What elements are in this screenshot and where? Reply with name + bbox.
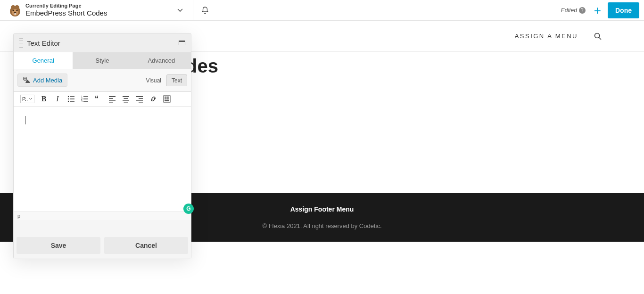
page-title-label: EmbedPress Short Codes: [25, 9, 107, 17]
panel-tabs: General Style Advanced: [14, 52, 191, 69]
svg-rect-18: [83, 96, 88, 97]
expand-panel-icon[interactable]: [179, 41, 185, 45]
svg-rect-14: [70, 98, 74, 99]
done-button[interactable]: Done: [608, 2, 639, 18]
blockquote-button[interactable]: “: [94, 95, 103, 103]
svg-point-8: [595, 33, 600, 38]
svg-rect-25: [109, 98, 113, 99]
svg-rect-38: [166, 97, 168, 98]
panel-header[interactable]: Text Editor: [14, 33, 191, 52]
assign-menu-link[interactable]: ASSIGN A MENU: [515, 33, 578, 40]
svg-rect-43: [165, 100, 169, 101]
edited-status-label: Edited: [561, 7, 577, 14]
add-media-label: Add Media: [33, 77, 62, 84]
page-dropdown-chevron[interactable]: [173, 5, 187, 16]
notifications-bell-icon[interactable]: [199, 4, 211, 16]
svg-rect-24: [109, 96, 116, 97]
svg-rect-32: [136, 96, 143, 97]
tab-general[interactable]: General: [14, 52, 73, 69]
drag-handle-icon[interactable]: [19, 38, 23, 48]
svg-rect-30: [123, 100, 129, 101]
svg-rect-22: [83, 101, 88, 101]
editor-textarea[interactable]: G: [14, 106, 191, 211]
svg-rect-26: [109, 100, 116, 101]
divider: [193, 0, 193, 21]
cancel-button[interactable]: Cancel: [104, 237, 188, 254]
svg-rect-33: [139, 98, 143, 99]
svg-rect-16: [70, 101, 74, 101]
svg-rect-37: [165, 97, 166, 98]
text-tab[interactable]: Text: [166, 74, 187, 86]
svg-rect-31: [124, 102, 128, 103]
svg-rect-12: [70, 96, 74, 97]
align-center-button[interactable]: [122, 95, 130, 103]
svg-point-15: [68, 101, 69, 102]
format-toolbar: P.. B I 123 “: [14, 91, 191, 106]
bullet-list-button[interactable]: [67, 95, 75, 103]
bold-button[interactable]: B: [40, 95, 48, 103]
svg-rect-28: [123, 96, 129, 97]
tab-style[interactable]: Style: [73, 52, 132, 69]
page-status-label: Currently Editing Page: [25, 3, 107, 9]
toolbar-toggle-button[interactable]: [163, 95, 171, 103]
svg-rect-41: [166, 98, 168, 99]
svg-rect-20: [83, 98, 88, 99]
svg-rect-34: [136, 100, 143, 101]
svg-point-4: [13, 9, 14, 11]
svg-text:3: 3: [81, 100, 83, 103]
align-left-button[interactable]: [108, 95, 116, 103]
svg-rect-40: [165, 98, 166, 99]
text-cursor: [25, 116, 25, 124]
text-editor-panel: Text Editor General Style Advanced Add M…: [13, 33, 191, 259]
numbered-list-button[interactable]: 123: [81, 95, 89, 103]
save-button[interactable]: Save: [17, 237, 100, 254]
media-icon: [23, 76, 30, 84]
svg-point-13: [68, 98, 69, 99]
panel-title: Text Editor: [27, 39, 179, 47]
italic-button[interactable]: I: [53, 95, 62, 103]
link-button[interactable]: [149, 95, 157, 103]
beaver-logo-icon: [8, 3, 23, 18]
svg-rect-42: [168, 98, 169, 99]
page-info: Currently Editing Page EmbedPress Short …: [25, 3, 107, 17]
help-icon[interactable]: ?: [579, 7, 586, 14]
svg-rect-29: [124, 98, 128, 99]
media-toolbar-row: Add Media Visual Text: [14, 69, 191, 91]
svg-rect-7: [15, 13, 16, 15]
svg-line-9: [599, 37, 602, 40]
paragraph-format-select[interactable]: P..: [20, 95, 34, 103]
add-media-button[interactable]: Add Media: [17, 74, 67, 87]
align-right-button[interactable]: [135, 95, 144, 103]
add-module-button[interactable]: +: [594, 4, 601, 16]
svg-rect-35: [139, 102, 143, 103]
tab-advanced[interactable]: Advanced: [132, 52, 191, 69]
svg-text:“: “: [95, 95, 99, 103]
top-bar: Currently Editing Page EmbedPress Short …: [0, 0, 644, 21]
svg-rect-27: [109, 102, 113, 103]
svg-point-5: [17, 9, 18, 11]
element-path[interactable]: p: [14, 211, 191, 220]
svg-rect-39: [168, 97, 169, 98]
search-icon[interactable]: [594, 33, 602, 40]
visual-tab[interactable]: Visual: [141, 74, 166, 86]
grammarly-icon[interactable]: G: [183, 204, 194, 214]
panel-actions: Save Cancel: [14, 220, 191, 259]
svg-point-11: [68, 96, 69, 97]
